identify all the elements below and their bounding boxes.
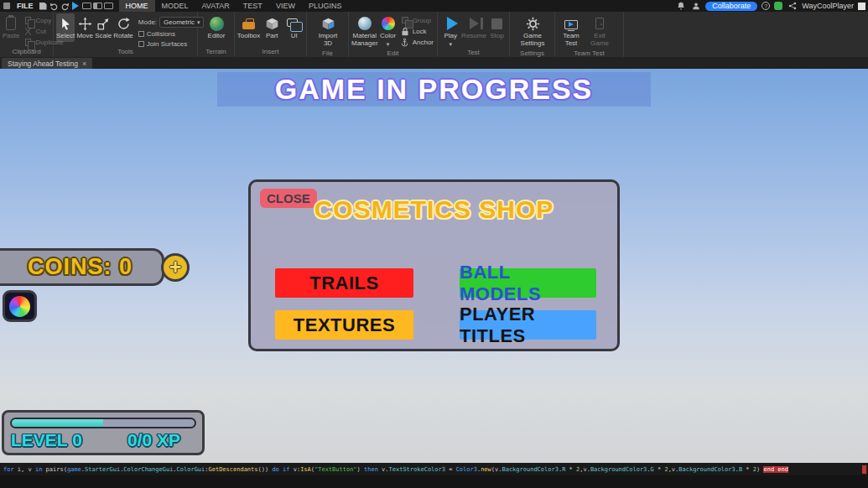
code-token: Color3 bbox=[456, 466, 477, 473]
anchor-icon bbox=[400, 37, 410, 47]
ribbon-group-terrain: Editor Terrain bbox=[198, 12, 235, 57]
shop-button-textures[interactable]: TEXTURES bbox=[275, 310, 413, 340]
anchor-button[interactable]: Anchor bbox=[398, 37, 435, 47]
level-label: LEVEL 0 bbox=[11, 430, 82, 450]
shop-button-ball-models[interactable]: BALL MODELS bbox=[460, 268, 596, 298]
monitor-split-icon bbox=[93, 3, 102, 9]
command-line-code[interactable]: for i, v in pairs(game.StarterGui.ColorC… bbox=[0, 466, 868, 473]
help-icon[interactable] bbox=[761, 2, 770, 10]
code-token: "TextButton" bbox=[314, 466, 357, 473]
color-wheel-icon bbox=[9, 296, 30, 317]
color-palette-button[interactable] bbox=[3, 290, 37, 322]
quick-play-button[interactable] bbox=[70, 1, 81, 11]
terrain-editor-button[interactable]: Editor bbox=[205, 13, 228, 42]
paste-button[interactable]: Paste bbox=[3, 13, 19, 42]
code-token: new bbox=[481, 466, 491, 473]
code-token: then bbox=[364, 466, 382, 473]
material-manager-button[interactable]: Material Manager bbox=[351, 13, 378, 49]
tab-view[interactable]: VIEW bbox=[269, 0, 302, 12]
shop-button-trails[interactable]: TRAILS bbox=[275, 268, 413, 298]
shop-button-player-titles[interactable]: PLAYER TITLES bbox=[460, 310, 596, 340]
xp-progress-bar bbox=[10, 418, 196, 428]
stop-button[interactable]: Stop bbox=[487, 13, 508, 42]
group-caption-insert: Insert bbox=[235, 48, 306, 57]
file-menu-button[interactable]: FILE bbox=[13, 0, 38, 12]
ui-button[interactable]: UI bbox=[284, 13, 305, 42]
chevron-down-icon bbox=[449, 41, 452, 47]
copy-icon bbox=[23, 15, 33, 25]
code-token: game bbox=[67, 466, 81, 473]
tab-plugins[interactable]: PLUGINS bbox=[302, 0, 349, 12]
save-icon bbox=[39, 3, 47, 10]
redo-button[interactable] bbox=[60, 1, 70, 11]
layout-button-1[interactable] bbox=[81, 1, 92, 11]
chevron-down-icon bbox=[387, 41, 390, 47]
scale-icon bbox=[95, 15, 112, 32]
monitor-icon bbox=[82, 3, 91, 9]
tab-model[interactable]: MODEL bbox=[155, 0, 195, 12]
exit-game-button[interactable]: Exit Game bbox=[586, 13, 613, 49]
scale-tool-button[interactable]: Scale bbox=[95, 13, 112, 42]
tab-avatar[interactable]: AVATAR bbox=[195, 0, 236, 12]
layout-button-3[interactable] bbox=[103, 1, 114, 11]
code-token: StarterGui bbox=[85, 466, 120, 473]
share-button[interactable] bbox=[787, 1, 798, 11]
ribbon-group-test: Play Resume Stop Test bbox=[438, 12, 510, 57]
collisions-checkbox[interactable]: Collisions bbox=[138, 30, 205, 38]
copy-button[interactable]: Copy bbox=[21, 15, 65, 25]
doc-tab-label: Staying Ahead Testing bbox=[8, 60, 78, 68]
code-token: pairs bbox=[46, 466, 64, 473]
code-token: end end bbox=[763, 466, 788, 473]
mode-label: Mode: bbox=[138, 18, 157, 26]
toolbox-button[interactable]: Toolbox bbox=[237, 13, 260, 42]
group-button[interactable]: Group bbox=[398, 15, 435, 25]
status-green-icon[interactable] bbox=[774, 2, 782, 10]
cut-button[interactable]: Cut bbox=[21, 26, 65, 36]
code-token: * bbox=[654, 466, 665, 473]
plus-icon: + bbox=[169, 257, 182, 278]
ui-frames-icon bbox=[286, 15, 303, 32]
lock-button[interactable]: Lock bbox=[398, 26, 435, 36]
rotate-tool-button[interactable]: Rotate bbox=[113, 13, 133, 42]
paste-icon bbox=[3, 15, 19, 32]
game-settings-button[interactable]: Game Settings bbox=[518, 13, 547, 49]
code-token: ()) bbox=[258, 466, 273, 473]
game-in-progress-banner: GAME IN PROGRESS bbox=[217, 72, 651, 106]
notifications-button[interactable] bbox=[675, 1, 686, 11]
code-token: * bbox=[742, 466, 753, 473]
ribbon-group-insert: Toolbox Part UI Insert bbox=[235, 12, 307, 57]
doc-tab-staying-ahead-testing[interactable]: Staying Ahead Testing × bbox=[2, 58, 92, 69]
tab-home[interactable]: HOME bbox=[119, 0, 155, 12]
part-button[interactable]: Part bbox=[262, 13, 283, 42]
status-bar bbox=[0, 475, 868, 488]
window-control-icon[interactable] bbox=[858, 3, 865, 10]
collaborate-button[interactable]: Collaborate bbox=[705, 2, 757, 11]
ribbon-group-tools: Select Move Scale Rotate Mode: bbox=[54, 12, 198, 57]
save-button[interactable] bbox=[38, 1, 49, 11]
duplicate-button[interactable]: Duplicate bbox=[21, 37, 65, 47]
code-token: * bbox=[565, 466, 576, 473]
team-test-button[interactable]: Team Test bbox=[558, 13, 585, 49]
titlebar: FILE HOMEMODELAVATARTESTVIEWPLUGINS Coll… bbox=[0, 0, 868, 12]
undo-button[interactable] bbox=[49, 1, 60, 11]
game-viewport[interactable]: GAME IN PROGRESS CLOSE COSMETICS SHOP TR… bbox=[0, 69, 868, 463]
roblox-studio-window: FILE HOMEMODELAVATARTESTVIEWPLUGINS Coll… bbox=[0, 0, 868, 488]
command-bar[interactable]: for i, v in pairs(game.StarterGui.ColorC… bbox=[0, 463, 868, 475]
play-button[interactable]: Play bbox=[440, 13, 461, 49]
redo-icon bbox=[60, 2, 70, 11]
add-coins-button[interactable]: + bbox=[161, 253, 190, 282]
tab-test[interactable]: TEST bbox=[236, 0, 269, 12]
import-3d-button[interactable]: Import 3D bbox=[317, 13, 340, 49]
menu-tabs: HOMEMODELAVATARTESTVIEWPLUGINS bbox=[119, 0, 349, 12]
part-cube-icon bbox=[263, 15, 280, 32]
code-token: TextStrokeColor3 bbox=[389, 466, 445, 473]
join-surfaces-checkbox[interactable]: Join Surfaces bbox=[138, 40, 205, 48]
color-button[interactable]: Color bbox=[380, 13, 397, 49]
layout-button-2[interactable] bbox=[92, 1, 103, 11]
resume-button[interactable]: Resume bbox=[463, 13, 486, 42]
close-tab-icon[interactable]: × bbox=[82, 60, 86, 68]
move-tool-button[interactable]: Move bbox=[76, 13, 93, 42]
account-button[interactable] bbox=[690, 1, 701, 11]
coins-label: COINS: 0 bbox=[28, 254, 133, 280]
checkbox-icon bbox=[138, 41, 144, 47]
